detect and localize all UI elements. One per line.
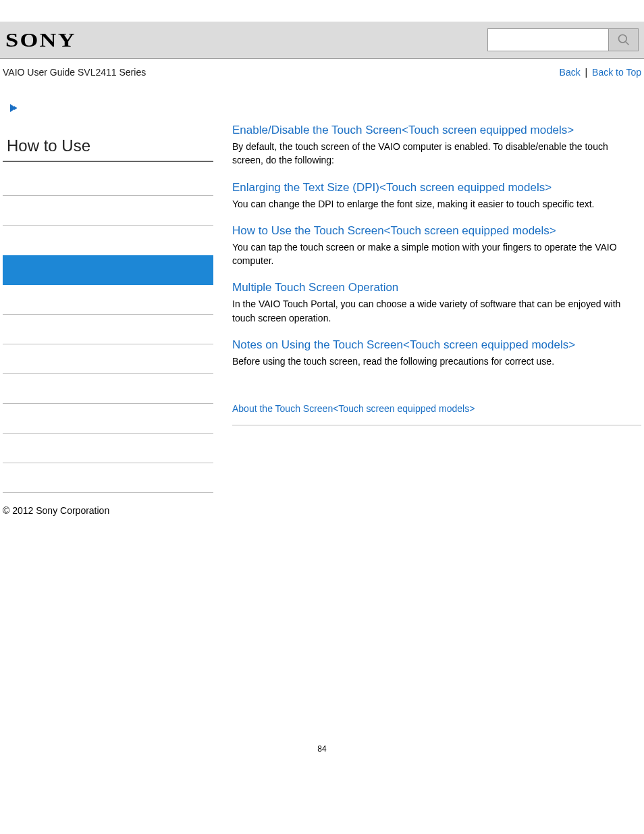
- topic: Enlarging the Text Size (DPI)<Touch scre…: [232, 181, 641, 211]
- chevron-icon[interactable]: [8, 102, 213, 116]
- topic: How to Use the Touch Screen<Touch screen…: [232, 224, 641, 268]
- section-title: How to Use: [3, 136, 213, 162]
- topic-link[interactable]: Enlarging the Text Size (DPI)<Touch scre…: [232, 181, 641, 194]
- sidebar-item-active[interactable]: [3, 255, 213, 285]
- sidebar-item[interactable]: [3, 374, 213, 404]
- topic-desc: Before using the touch screen, read the …: [232, 355, 641, 368]
- topic-link[interactable]: Multiple Touch Screen Operation: [232, 281, 641, 294]
- topic-desc: By default, the touch screen of the VAIO…: [232, 140, 641, 167]
- page-number: 84: [0, 744, 644, 774]
- related-section: About the Touch Screen<Touch screen equi…: [232, 403, 641, 425]
- topic-link[interactable]: How to Use the Touch Screen<Touch screen…: [232, 224, 641, 238]
- search-button[interactable]: [609, 28, 639, 51]
- topic: Enable/Disable the Touch Screen<Touch sc…: [232, 124, 641, 167]
- sidebar-item[interactable]: [3, 344, 213, 374]
- svg-line-1: [625, 42, 628, 45]
- sidebar-item[interactable]: [3, 166, 213, 196]
- sidebar: How to Use: [3, 90, 213, 493]
- topic-link[interactable]: Enable/Disable the Touch Screen<Touch sc…: [232, 124, 641, 137]
- search-group: [487, 28, 639, 51]
- breadcrumb-nav: Back | Back to Top: [560, 67, 641, 78]
- topic-link[interactable]: Notes on Using the Touch Screen<Touch sc…: [232, 338, 641, 352]
- topic: Multiple Touch Screen Operation In the V…: [232, 281, 641, 325]
- back-link[interactable]: Back: [560, 67, 581, 78]
- sidebar-item[interactable]: [3, 226, 213, 255]
- topic-desc: In the VAIO Touch Portal, you can choose…: [232, 297, 641, 325]
- sidebar-item[interactable]: [3, 285, 213, 315]
- nav-separator: |: [583, 67, 590, 78]
- main-content: Enable/Disable the Touch Screen<Touch sc…: [232, 90, 641, 493]
- sidebar-item[interactable]: [3, 196, 213, 226]
- copyright: © 2012 Sony Corporation: [0, 493, 644, 528]
- topic-desc: You can change the DPI to enlarge the fo…: [232, 197, 641, 211]
- back-to-top-link[interactable]: Back to Top: [592, 67, 641, 78]
- search-icon: [617, 33, 630, 47]
- svg-point-0: [618, 35, 626, 43]
- sidebar-item[interactable]: [3, 463, 213, 493]
- sony-logo: SONY: [5, 28, 76, 51]
- search-input[interactable]: [487, 28, 609, 51]
- sidebar-item[interactable]: [3, 404, 213, 434]
- sidebar-nav-list: [3, 166, 213, 493]
- guide-title: VAIO User Guide SVL2411 Series: [3, 67, 146, 78]
- subheader: VAIO User Guide SVL2411 Series Back | Ba…: [0, 59, 644, 90]
- topic: Notes on Using the Touch Screen<Touch sc…: [232, 338, 641, 368]
- sidebar-item[interactable]: [3, 434, 213, 463]
- body-area: How to Use Enable/Disable the Touch Scre…: [0, 90, 644, 493]
- sidebar-item[interactable]: [3, 315, 213, 344]
- header: SONY: [0, 22, 644, 59]
- related-link[interactable]: About the Touch Screen<Touch screen equi…: [232, 403, 475, 414]
- topic-desc: You can tap the touch screen or make a s…: [232, 240, 641, 268]
